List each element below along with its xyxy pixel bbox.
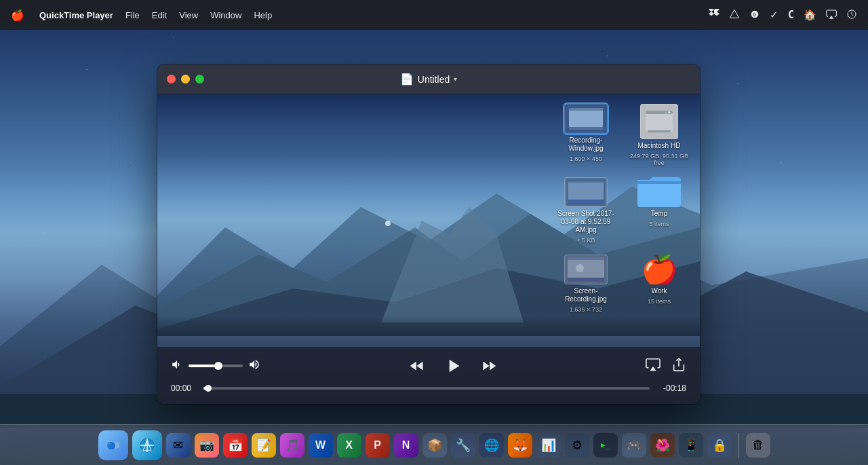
dock-app8[interactable]: 🌺 xyxy=(650,433,675,458)
svg-rect-31 xyxy=(568,257,604,260)
title-chevron-icon[interactable]: ▾ xyxy=(454,75,457,83)
dock-calendar[interactable]: 📅 xyxy=(223,433,248,458)
desktop-icon-screen-recording[interactable]: Screen-Recording.jpg 1,636 × 732 xyxy=(552,252,620,316)
dock-app7[interactable]: 🎮 xyxy=(622,433,646,458)
dock-notes[interactable]: 📝 xyxy=(252,433,276,458)
dock-app4[interactable]: 📊 xyxy=(536,433,561,458)
volume-icon[interactable] xyxy=(171,358,183,373)
work-sublabel: 15 items xyxy=(648,298,671,305)
desktop-icons-area: Recording-Window.jpg 1,600 × 450 Macinto… xyxy=(545,94,700,322)
volume-thumb xyxy=(214,362,222,370)
homekit-icon[interactable]: 🏠 xyxy=(804,9,816,21)
playback-controls xyxy=(408,355,498,377)
share-button[interactable] xyxy=(671,357,686,375)
menubar-help[interactable]: Help xyxy=(254,10,272,20)
desktop-icon-macintosh-hd[interactable]: Macintosh HD 249.79 GB, 90.31 GB free xyxy=(625,101,693,169)
dock-app3[interactable]: 🌐 xyxy=(479,433,504,458)
traffic-lights xyxy=(167,75,204,83)
google-drive-icon[interactable] xyxy=(729,9,740,22)
airplay-button[interactable] xyxy=(646,357,660,375)
desktop-icon-temp[interactable]: Temp 5 items xyxy=(625,174,693,246)
dock: 🔵 ✉ 📷 📅 📝 🎵 W X P N 📦 🔧 🌐 🦊 📊 ⚙ ▶_ 🎮 🌺 📱… xyxy=(0,424,868,465)
svg-rect-32 xyxy=(568,278,604,282)
volume-high-icon[interactable] xyxy=(248,358,260,373)
dock-mail[interactable]: ✉ xyxy=(166,433,191,458)
dock-finder[interactable]: 🔵 xyxy=(98,430,128,460)
macintosh-hd-label: Macintosh HD xyxy=(638,142,681,150)
macintosh-hd-sublabel: 249.79 GB, 90.31 GB free xyxy=(628,153,690,166)
dock-app10[interactable]: 🔒 xyxy=(707,433,732,458)
recording-window-preview xyxy=(564,104,608,134)
svg-point-33 xyxy=(576,264,584,272)
menubar-view[interactable]: View xyxy=(179,10,198,20)
menubar-window[interactable]: Window xyxy=(210,10,241,20)
controls-bar: 00:00 -00:18 xyxy=(157,347,700,404)
dashlane-icon[interactable]: D xyxy=(749,9,760,22)
recording-window-label: Recording-Window.jpg xyxy=(555,136,616,153)
desktop-icon-work[interactable]: 🍎 Work 15 items xyxy=(625,252,693,316)
work-preview: 🍎 xyxy=(637,255,681,284)
play-button[interactable] xyxy=(442,355,464,377)
document-icon: 📄 xyxy=(400,73,414,86)
remaining-time: -00:18 xyxy=(656,384,686,393)
desktop-icon-recording-window[interactable]: Recording-Window.jpg 1,600 × 450 xyxy=(552,101,620,169)
progress-row: 00:00 -00:18 xyxy=(171,384,686,393)
airplay-menubar-icon[interactable] xyxy=(826,9,837,22)
screenshot-sublabel: + 5 KB xyxy=(576,237,595,244)
svg-rect-25 xyxy=(568,181,604,183)
temp-sublabel: 5 items xyxy=(649,221,669,227)
rewind-button[interactable] xyxy=(408,357,426,375)
video-content[interactable]: Recording-Window.jpg 1,600 × 450 Macinto… xyxy=(157,94,700,404)
dock-excel[interactable]: X xyxy=(337,433,361,458)
copyclip-icon[interactable]: C xyxy=(788,9,794,21)
svg-text:🔵: 🔵 xyxy=(107,441,116,450)
dock-safari[interactable] xyxy=(132,430,162,460)
apple-logo[interactable]: 🍎 xyxy=(11,9,24,22)
dock-itunes[interactable]: 🎵 xyxy=(280,433,304,458)
quicktime-window: 📄 Untitled ▾ xyxy=(157,64,700,404)
dock-app6[interactable]: ▶_ xyxy=(593,433,618,458)
progress-bar[interactable] xyxy=(203,387,650,390)
menubar-app-name: QuickTime Player xyxy=(39,10,113,20)
volume-controls xyxy=(171,358,260,373)
dock-app5[interactable]: ⚙ xyxy=(565,433,589,458)
dock-powerpoint[interactable]: P xyxy=(366,433,390,458)
fast-forward-button[interactable] xyxy=(480,357,498,375)
window-title: Untitled xyxy=(418,74,450,85)
svg-rect-15 xyxy=(569,108,603,127)
dock-app9[interactable]: 📱 xyxy=(679,433,703,458)
dock-word[interactable]: W xyxy=(309,433,333,458)
menubar-edit[interactable]: Edit xyxy=(152,10,167,20)
dock-onenote[interactable]: N xyxy=(394,433,418,458)
screen-recording-label: Screen-Recording.jpg xyxy=(555,287,616,303)
title-center: 📄 Untitled ▾ xyxy=(400,73,457,86)
minimize-button[interactable] xyxy=(181,75,190,83)
dock-app2[interactable]: 🔧 xyxy=(451,433,475,458)
time-machine-icon[interactable] xyxy=(846,9,857,22)
svg-text:D: D xyxy=(753,12,757,16)
dropbox-icon[interactable] xyxy=(709,9,719,22)
menubar-file[interactable]: File xyxy=(125,10,140,20)
dock-firefox[interactable]: 🦊 xyxy=(508,433,532,458)
svg-rect-24 xyxy=(568,181,604,200)
maximize-button[interactable] xyxy=(195,75,204,83)
recording-window-sublabel: 1,600 × 450 xyxy=(570,155,602,162)
close-button[interactable] xyxy=(167,75,176,83)
volume-slider[interactable] xyxy=(189,365,243,367)
svg-rect-26 xyxy=(568,200,604,204)
desktop-icon-screenshot[interactable]: Screen Shot 2017-03-08 at 9.52.59 AM.jpg… xyxy=(552,174,620,246)
dock-app1[interactable]: 📦 xyxy=(422,433,447,458)
menubar: 🍎 QuickTime Player File Edit View Window… xyxy=(0,0,868,30)
norton-icon[interactable]: ✓ xyxy=(770,9,778,21)
temp-label: Temp xyxy=(651,210,667,218)
dock-photos[interactable]: 📷 xyxy=(195,433,219,458)
screenshot-preview xyxy=(564,177,608,207)
svg-marker-8 xyxy=(829,16,834,19)
title-bar: 📄 Untitled ▾ xyxy=(157,64,700,94)
menubar-right: D ✓ C 🏠 xyxy=(709,9,857,22)
work-label: Work xyxy=(651,287,667,295)
dock-trash[interactable]: 🗑 xyxy=(746,433,770,458)
controls-main xyxy=(171,355,686,377)
macintosh-hd-preview xyxy=(640,104,678,139)
temp-folder-preview xyxy=(637,177,681,207)
